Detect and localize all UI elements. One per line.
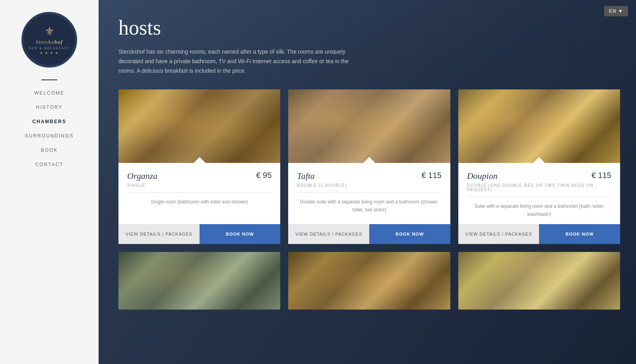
book-now-tafta[interactable]: BOOK NOW <box>369 224 450 244</box>
logo-name: Sterckxhof <box>36 39 63 45</box>
room-name-doupion: Doupion <box>467 171 498 181</box>
view-details-organza[interactable]: VIEW DETAILS / PACKAGES <box>118 224 200 244</box>
sidebar-item-chambers[interactable]: CHAMBERS <box>32 119 66 124</box>
room-type-doupion: DOUBLE (ONE DOUBLE BED OR TWO TWIN BEDS … <box>467 183 611 192</box>
main-content: hosts Sterckxhof has six charming rooms,… <box>99 0 636 364</box>
logo-inner: ⚜ Sterckxhof BED & BREAKFAST ★ ★ ★ ★ <box>29 25 70 55</box>
sidebar: ⚜ Sterckxhof BED & BREAKFAST ★ ★ ★ ★ WEL… <box>0 0 99 364</box>
sidebar-item-surroundings[interactable]: SURROUNDINGS <box>25 133 74 139</box>
logo-crest-icon: ⚜ <box>45 25 54 38</box>
room-divider-doupion <box>467 197 611 197</box>
room-name-organza: Organza <box>127 171 157 181</box>
room-price-organza: € 95 <box>256 171 271 180</box>
book-now-organza[interactable]: BOOK NOW <box>200 224 281 244</box>
room-price-doupion: € 115 <box>591 171 611 180</box>
book-now-doupion[interactable]: BOOK NOW <box>539 224 620 244</box>
room-actions-organza: VIEW DETAILS / PACKAGES BOOK NOW <box>118 224 280 244</box>
room-name-tafta: Tafta <box>297 171 314 181</box>
logo-stars: ★ ★ ★ ★ <box>40 51 59 55</box>
room-price-tafta: € 115 <box>422 171 442 180</box>
room-card-bottom-6[interactable] <box>458 252 620 310</box>
main-nav: WELCOME HISTORY CHAMBERS SURROUNDINGS BO… <box>0 90 99 167</box>
room-header-organza: Organza € 95 <box>127 171 271 181</box>
room-card-tafta: Tafta € 115 DOUBLE (1 DOUBLE) Double sui… <box>288 89 450 244</box>
sidebar-item-welcome[interactable]: WELCOME <box>34 90 64 96</box>
sidebar-item-history[interactable]: HISTORY <box>36 105 63 110</box>
room-info-organza: Organza € 95 SINGLE Single room (bathroo… <box>118 163 280 224</box>
sidebar-item-book[interactable]: BOOK <box>41 147 58 153</box>
room-card-organza: Organza € 95 SINGLE Single room (bathroo… <box>118 89 280 244</box>
sidebar-item-contact[interactable]: CONTACT <box>35 162 63 167</box>
room-header-tafta: Tafta € 115 <box>297 171 441 181</box>
room-image-doupion[interactable] <box>458 89 620 163</box>
language-selector[interactable]: EN ▼ <box>604 6 628 16</box>
room-divider-tafta <box>297 192 441 193</box>
room-image-organza[interactable] <box>118 89 280 163</box>
room-card-bottom-4[interactable] <box>118 252 280 310</box>
room-desc-tafta: Double suite with a separate living room… <box>297 198 441 218</box>
view-details-doupion[interactable]: VIEW DETAILS / PACKAGES <box>458 224 539 244</box>
view-details-tafta[interactable]: VIEW DETAILS / PACKAGES <box>288 224 369 244</box>
rooms-grid-bottom <box>118 252 620 310</box>
room-type-tafta: DOUBLE (1 DOUBLE) <box>297 183 441 188</box>
room-actions-tafta: VIEW DETAILS / PACKAGES BOOK NOW <box>288 224 450 244</box>
logo-subtitle: BED & BREAKFAST <box>29 46 70 50</box>
room-header-doupion: Doupion € 115 <box>467 171 611 181</box>
page-description: Sterckxhof has six charming rooms, each … <box>118 47 349 76</box>
room-actions-doupion: VIEW DETAILS / PACKAGES BOOK NOW <box>458 224 620 244</box>
logo[interactable]: ⚜ Sterckxhof BED & BREAKFAST ★ ★ ★ ★ <box>21 12 77 68</box>
nav-divider <box>41 79 57 80</box>
room-desc-doupion: Suite with a separate living room and a … <box>467 203 611 218</box>
room-info-doupion: Doupion € 115 DOUBLE (ONE DOUBLE BED OR … <box>458 163 620 224</box>
page-title: hosts <box>118 16 620 39</box>
rooms-grid: Organza € 95 SINGLE Single room (bathroo… <box>118 89 620 244</box>
room-image-tafta[interactable] <box>288 89 450 163</box>
room-type-organza: SINGLE <box>127 183 271 188</box>
room-info-tafta: Tafta € 115 DOUBLE (1 DOUBLE) Double sui… <box>288 163 450 224</box>
room-divider-organza <box>127 192 271 193</box>
room-card-bottom-5[interactable] <box>288 252 450 310</box>
room-card-doupion: Doupion € 115 DOUBLE (ONE DOUBLE BED OR … <box>458 89 620 244</box>
room-desc-organza: Single room (bathroom with toilet and sh… <box>127 198 271 218</box>
